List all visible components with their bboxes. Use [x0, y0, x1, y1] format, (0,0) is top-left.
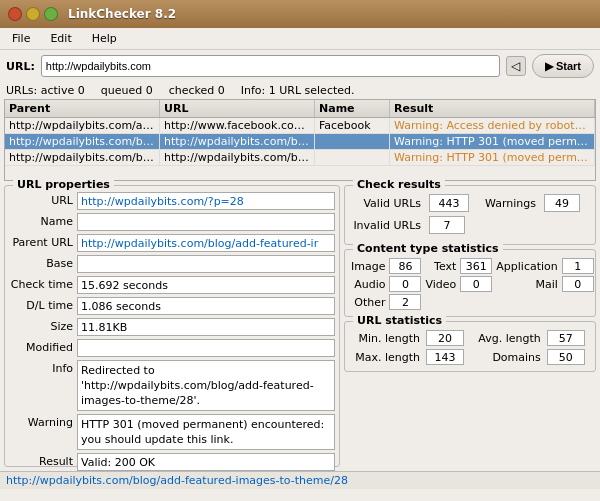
- table-row[interactable]: http://wpdailybits.com/blo... http://wpd…: [5, 134, 595, 150]
- application-value: 1: [562, 258, 594, 274]
- main-content: URL properties URL http://wpdailybits.co…: [0, 181, 600, 471]
- url-bar: URL: ◁ ▶ Start: [0, 50, 600, 82]
- image-label: Image: [351, 260, 385, 273]
- cell-result: Warning: HTTP 301 (moved perman...: [390, 150, 595, 165]
- warning-value: HTTP 301 (moved permanent) encountered: …: [77, 414, 335, 450]
- result-value: Valid: 200 OK: [77, 453, 335, 471]
- titlebar: LinkChecker 8.2: [0, 0, 600, 28]
- col-url: URL: [160, 100, 315, 117]
- min-length-value: 20: [426, 330, 464, 346]
- url-status-bar: URLs: active 0 queued 0 checked 0 Info: …: [0, 82, 600, 99]
- base-value: [77, 255, 335, 273]
- result-row: Result Valid: 200 OK: [9, 453, 335, 471]
- cell-parent: http://wpdailybits.com/ab...: [5, 118, 160, 133]
- cell-result: Warning: HTTP 301 (moved perman...: [390, 134, 595, 149]
- bottom-url: http://wpdailybits.com/blog/add-featured…: [6, 474, 348, 487]
- table-row[interactable]: http://wpdailybits.com/blo... http://wpd…: [5, 150, 595, 166]
- check-time-label: Check time: [9, 276, 77, 291]
- menubar: File Edit Help: [0, 28, 600, 50]
- modified-row: Modified: [9, 339, 335, 357]
- cell-parent: http://wpdailybits.com/blo...: [5, 134, 160, 149]
- url-clear-button[interactable]: ◁: [506, 56, 526, 76]
- base-field-row: Base: [9, 255, 335, 273]
- audio-label: Audio: [351, 278, 385, 291]
- url-input[interactable]: [41, 55, 500, 77]
- right-panel: Check results Valid URLs 443 Warnings 49…: [344, 185, 596, 467]
- result-label: Result: [9, 453, 77, 468]
- active-status: URLs: active 0: [6, 84, 85, 97]
- avg-length-label: Avg. length: [474, 332, 541, 345]
- url-stats-panel: URL statistics Min. length 20 Avg. lengt…: [344, 321, 596, 372]
- content-type-title: Content type statistics: [353, 242, 503, 255]
- menu-edit[interactable]: Edit: [42, 30, 79, 47]
- url-field-row: URL http://wpdailybits.com/?p=28: [9, 192, 335, 210]
- cell-url: http://wpdailybits.com/blo...: [160, 134, 315, 149]
- url-label: URL:: [6, 60, 35, 73]
- info-status: Info: 1 URL selected.: [241, 84, 355, 97]
- url-stats-grid: Min. length 20 Avg. length 57 Max. lengt…: [351, 330, 589, 365]
- size-value: 11.81KB: [77, 318, 335, 336]
- valid-urls-label: Valid URLs: [351, 197, 421, 210]
- cell-name: [315, 150, 390, 165]
- parent-url-label: Parent URL: [9, 234, 77, 249]
- min-length-label: Min. length: [351, 332, 420, 345]
- col-result: Result: [390, 100, 595, 117]
- valid-urls-value: 443: [429, 194, 469, 212]
- cell-result: Warning: Access denied by robots.t...: [390, 118, 595, 133]
- parent-url-field-row: Parent URL http://wpdailybits.com/blog/a…: [9, 234, 335, 252]
- url-properties-title: URL properties: [13, 178, 114, 191]
- check-time-row: Check time 15.692 seconds: [9, 276, 335, 294]
- warning-row: Warning HTTP 301 (moved permanent) encou…: [9, 414, 335, 450]
- warning-label: Warning: [9, 414, 77, 429]
- image-value: 86: [389, 258, 421, 274]
- menu-help[interactable]: Help: [84, 30, 125, 47]
- window-title: LinkChecker 8.2: [68, 7, 176, 21]
- warnings-label: Warnings: [485, 197, 536, 210]
- invalid-urls-value: 7: [429, 216, 465, 234]
- warnings-value: 49: [544, 194, 580, 212]
- close-button[interactable]: [8, 7, 22, 21]
- check-time-value: 15.692 seconds: [77, 276, 335, 294]
- check-results-title: Check results: [353, 178, 445, 191]
- dl-time-row: D/L time 1.086 seconds: [9, 297, 335, 315]
- text-value: 361: [460, 258, 492, 274]
- cell-parent: http://wpdailybits.com/blo...: [5, 150, 160, 165]
- video-value: 0: [460, 276, 492, 292]
- parent-url-value: http://wpdailybits.com/blog/add-featured…: [77, 234, 335, 252]
- domains-label: Domains: [474, 351, 541, 364]
- check-results-panel: Check results Valid URLs 443 Warnings 49…: [344, 185, 596, 245]
- col-name: Name: [315, 100, 390, 117]
- modified-value: [77, 339, 335, 357]
- cell-name: [315, 134, 390, 149]
- other-value: 2: [389, 294, 421, 310]
- mail-label: Mail: [496, 278, 557, 291]
- checked-status: checked 0: [169, 84, 225, 97]
- menu-file[interactable]: File: [4, 30, 38, 47]
- name-field-label: Name: [9, 213, 77, 228]
- modified-label: Modified: [9, 339, 77, 354]
- other-label: Other: [351, 296, 385, 309]
- links-table: Parent URL Name Result http://wpdailybit…: [4, 99, 596, 181]
- domains-value: 50: [547, 349, 585, 365]
- info-label: Info: [9, 360, 77, 375]
- dl-time-label: D/L time: [9, 297, 77, 312]
- content-type-grid: Image 86 Text 361 Application 1 Audio 0 …: [351, 258, 589, 310]
- avg-length-value: 57: [547, 330, 585, 346]
- url-field-value: http://wpdailybits.com/?p=28: [77, 192, 335, 210]
- start-button[interactable]: ▶ Start: [532, 54, 594, 78]
- table-row[interactable]: http://wpdailybits.com/ab... http://www.…: [5, 118, 595, 134]
- name-field-value: [77, 213, 335, 231]
- size-label: Size: [9, 318, 77, 333]
- bottom-status-bar: http://wpdailybits.com/blog/add-featured…: [0, 471, 600, 489]
- audio-value: 0: [389, 276, 421, 292]
- invalid-urls-label: Invalid URLs: [351, 219, 421, 232]
- size-row: Size 11.81KB: [9, 318, 335, 336]
- url-field-label: URL: [9, 192, 77, 207]
- base-label: Base: [9, 255, 77, 270]
- col-parent: Parent: [5, 100, 160, 117]
- maximize-button[interactable]: [44, 7, 58, 21]
- minimize-button[interactable]: [26, 7, 40, 21]
- cell-name: Facebook: [315, 118, 390, 133]
- cell-url: http://wpdailybits.com/blo...: [160, 150, 315, 165]
- name-field-row: Name: [9, 213, 335, 231]
